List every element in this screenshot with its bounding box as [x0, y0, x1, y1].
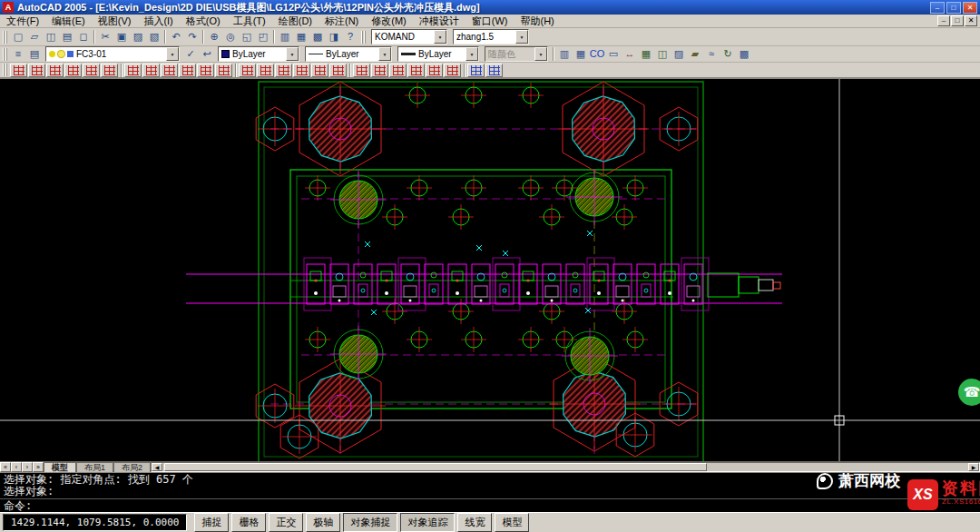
- match-properties-icon[interactable]: ▧: [146, 29, 162, 44]
- die-design-tool-18-icon[interactable]: [329, 64, 347, 77]
- command-history[interactable]: 选择对象: 指定对角点: 找到 657 个选择对象:: [0, 473, 980, 499]
- paste-icon[interactable]: ▨: [130, 29, 146, 44]
- command-window[interactable]: 选择对象: 指定对角点: 找到 657 个选择对象: 命令:: [0, 472, 980, 512]
- scroll-right-icon[interactable]: ▶: [968, 463, 979, 471]
- linetype-combo[interactable]: ByLayer▼: [305, 46, 392, 62]
- autocad-app-icon[interactable]: A: [3, 2, 14, 13]
- command-input-line[interactable]: 命令:: [0, 499, 980, 512]
- tab-next-icon[interactable]: ›: [22, 462, 33, 472]
- menu-item-11[interactable]: 窗口(W): [466, 14, 514, 29]
- status-toggle-otrack[interactable]: 对象追踪: [400, 513, 455, 532]
- tab-first-icon[interactable]: «: [0, 462, 11, 472]
- menu-item-3[interactable]: 视图(V): [92, 14, 138, 29]
- menu-item-4[interactable]: 插入(I): [137, 14, 179, 29]
- doc-close-button[interactable]: ✕: [965, 15, 977, 26]
- menu-item-1[interactable]: 文件(F): [0, 14, 45, 29]
- zoom-window-icon[interactable]: ◱: [239, 29, 255, 44]
- menu-item-9[interactable]: 修改(M): [365, 14, 413, 29]
- zoom-realtime-icon[interactable]: ◎: [222, 29, 239, 44]
- die-design-tool-15-icon[interactable]: [275, 64, 292, 77]
- menu-item-12[interactable]: 帮助(H): [514, 14, 561, 29]
- refresh-icon[interactable]: ↻: [720, 46, 736, 62]
- layer-previous-icon[interactable]: ↩: [199, 46, 215, 62]
- text-style-dialog-icon[interactable]: ▭: [605, 46, 622, 62]
- calculator-icon[interactable]: ▩: [736, 46, 752, 62]
- zoom-previous-icon[interactable]: ◰: [255, 29, 271, 44]
- scroll-left-icon[interactable]: ◀: [152, 463, 162, 471]
- color-combo[interactable]: ByLayer▼: [218, 46, 299, 62]
- die-design-tool-6-icon[interactable]: [101, 64, 118, 77]
- close-button[interactable]: ✕: [963, 2, 977, 14]
- layers-icon[interactable]: ▤: [26, 46, 43, 62]
- make-object-layer-current-icon[interactable]: ✓: [182, 46, 199, 62]
- status-toggle-snap[interactable]: 捕捉: [194, 513, 229, 532]
- drawing-area[interactable]: ☎: [0, 78, 980, 461]
- tool-palettes-icon[interactable]: ▩: [309, 29, 326, 44]
- co-icon[interactable]: CO: [589, 46, 605, 62]
- die-design-tool-3-icon[interactable]: [46, 64, 64, 77]
- open-file-icon[interactable]: ▱: [26, 29, 43, 44]
- die-design-tool-1-icon[interactable]: [10, 64, 27, 77]
- die-design-tool-8-icon[interactable]: [142, 64, 160, 77]
- toolbar-grip[interactable]: [3, 64, 7, 76]
- pan-icon[interactable]: ⊕: [206, 29, 222, 44]
- dimension-style-icon[interactable]: ↔: [622, 46, 638, 62]
- redo-icon[interactable]: ↷: [184, 29, 201, 44]
- status-toggle-grid[interactable]: 栅格: [231, 513, 266, 532]
- die-design-tool-23-icon[interactable]: [426, 64, 443, 77]
- command-style-combo-arrow-icon[interactable]: ▼: [434, 30, 446, 44]
- tab-layout2[interactable]: 布局2: [113, 462, 151, 472]
- toolbar-grip[interactable]: [3, 48, 7, 61]
- tab-layout1[interactable]: 布局1: [76, 462, 113, 472]
- menu-item-2[interactable]: 编辑(E): [45, 14, 92, 29]
- lineweight-combo[interactable]: ByLayer▼: [397, 46, 479, 62]
- plot-icon[interactable]: ▤: [59, 29, 75, 44]
- die-design-tool-10-icon[interactable]: [179, 64, 196, 77]
- multiline-icon[interactable]: ≈: [703, 46, 720, 62]
- cad-drawing[interactable]: [0, 79, 980, 461]
- tab-last-icon[interactable]: »: [33, 462, 44, 472]
- undo-icon[interactable]: ↶: [168, 29, 184, 44]
- copy-icon[interactable]: ▣: [113, 29, 130, 44]
- die-design-tool-16-icon[interactable]: [293, 64, 310, 77]
- new-file-icon[interactable]: ▢: [10, 29, 26, 44]
- toolbar-grip[interactable]: [3, 31, 7, 44]
- maximize-button[interactable]: □: [946, 2, 961, 14]
- plot-preview-icon[interactable]: ◻: [75, 29, 92, 44]
- die-design-tool-4-icon[interactable]: [64, 64, 82, 77]
- die-design-tool-22-icon[interactable]: [407, 64, 425, 77]
- hatch-icon[interactable]: ▨: [671, 46, 687, 62]
- menu-item-5[interactable]: 格式(O): [180, 14, 227, 29]
- horizontal-scrollbar[interactable]: ◀▶: [151, 462, 980, 472]
- layer-combo[interactable]: FC3-01▼: [45, 46, 180, 62]
- lineweight-combo-arrow-icon[interactable]: ▼: [466, 47, 478, 61]
- status-toggle-osnap[interactable]: 对象捕捉: [343, 513, 397, 532]
- block-icon[interactable]: ◫: [654, 46, 671, 62]
- layer-combo-arrow-icon[interactable]: ▼: [166, 47, 179, 61]
- status-toggle-model[interactable]: 模型: [495, 513, 529, 532]
- minimize-button[interactable]: –: [930, 2, 945, 14]
- die-design-tool-25-icon[interactable]: [467, 64, 485, 77]
- scrollbar-thumb[interactable]: [164, 463, 707, 471]
- color-combo-arrow-icon[interactable]: ▼: [286, 47, 299, 61]
- designcenter-palette-icon[interactable]: ▦: [573, 46, 589, 62]
- die-design-tool-13-icon[interactable]: [239, 64, 256, 77]
- properties-palette-icon[interactable]: ▥: [556, 46, 573, 62]
- menu-item-8[interactable]: 标注(N): [318, 14, 365, 29]
- tab-model[interactable]: 模型: [44, 462, 76, 472]
- doc-minimize-button[interactable]: –: [937, 15, 950, 26]
- toolbar-grip[interactable]: [361, 31, 366, 44]
- die-design-tool-19-icon[interactable]: [353, 64, 370, 77]
- die-design-tool-14-icon[interactable]: [257, 64, 274, 77]
- designcenter-icon[interactable]: ▦: [293, 29, 309, 44]
- region-icon[interactable]: ▰: [687, 46, 703, 62]
- help-icon[interactable]: ?: [342, 29, 358, 44]
- status-toggle-ortho[interactable]: 正交: [269, 513, 303, 532]
- markup-set-icon[interactable]: ◨: [326, 29, 342, 44]
- die-design-tool-2-icon[interactable]: [28, 64, 45, 77]
- linetype-combo-arrow-icon[interactable]: ▼: [378, 47, 391, 61]
- plot-style-combo[interactable]: 随颜色▼: [485, 46, 548, 62]
- status-toggle-polar[interactable]: 极轴: [306, 513, 340, 532]
- die-design-tool-24-icon[interactable]: [444, 64, 461, 77]
- cut-icon[interactable]: ✂: [97, 29, 113, 44]
